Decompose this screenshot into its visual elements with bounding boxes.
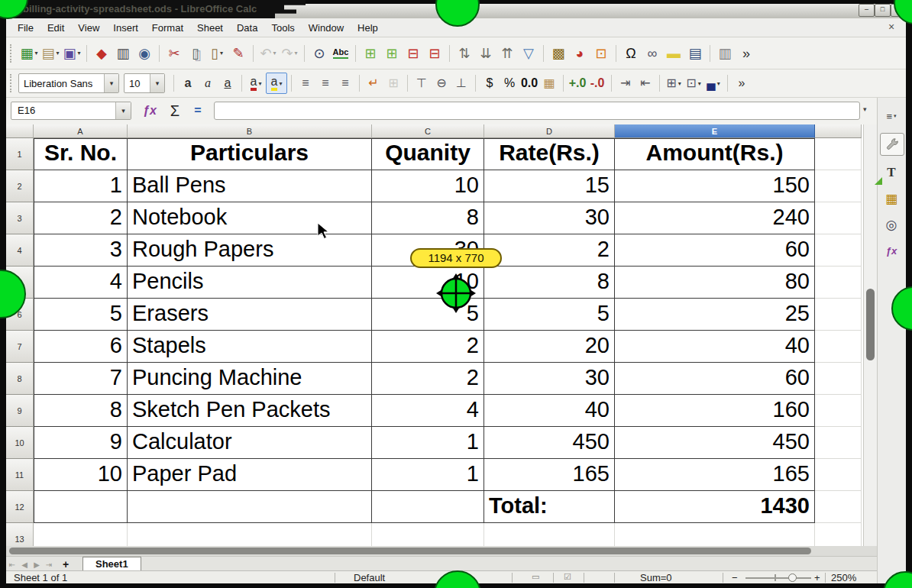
add-decimal-place-button[interactable]: +.0 (568, 73, 587, 93)
cell-B6[interactable]: Erasers (128, 299, 372, 331)
cell-C12[interactable] (372, 491, 484, 523)
chevron-down-icon[interactable]: ▾ (220, 50, 223, 57)
zoom-in-button[interactable]: + (814, 572, 820, 583)
toolbar-overflow-button[interactable]: » (736, 43, 757, 64)
row-header-2[interactable]: 2 (6, 170, 34, 202)
document-modified-icon[interactable]: ☑ (564, 572, 571, 582)
cell-E10[interactable]: 450 (615, 427, 815, 459)
cell-E13[interactable] (615, 523, 815, 546)
insert-image-button[interactable]: ▩ (548, 43, 569, 64)
row-header-8[interactable]: 8 (6, 363, 34, 395)
date-format-button[interactable]: ▦ (539, 73, 559, 93)
menu-format[interactable]: Format (145, 20, 190, 36)
name-box-dropdown-icon[interactable]: ▾ (115, 102, 131, 119)
cell-E4[interactable]: 60 (615, 234, 815, 267)
currency-format-button[interactable]: $ (480, 73, 500, 93)
cell-F5[interactable] (815, 267, 862, 299)
headers-footers-button[interactable]: ▤ (684, 43, 706, 64)
cell-F6[interactable] (815, 299, 862, 331)
underline-button[interactable]: a (218, 73, 238, 93)
sidebar-item-navigator[interactable]: ◎ (880, 214, 903, 235)
first-sheet-button[interactable]: ⇤ (6, 558, 18, 570)
autofilter-button[interactable]: ▽ (518, 43, 539, 64)
align-top-button[interactable]: ⊤ (412, 73, 432, 93)
cell-B12[interactable] (128, 491, 372, 523)
cell-A9[interactable]: 8 (34, 395, 128, 427)
align-center-button[interactable]: ≡ (315, 73, 335, 93)
sort-descending-button[interactable]: ⇊ (475, 43, 496, 64)
horizontal-scrollbar-thumb[interactable] (9, 548, 811, 554)
toolbar-drag-handle[interactable] (10, 74, 15, 92)
zoom-slider-knob[interactable] (788, 573, 797, 582)
chevron-down-icon[interactable]: ▾ (698, 80, 701, 87)
cell-A4[interactable]: 3 (34, 234, 128, 267)
spelling-button[interactable]: Abc (330, 43, 351, 64)
chevron-down-icon[interactable]: ▾ (295, 50, 298, 57)
insert-mode-icon[interactable]: ▭ (532, 572, 539, 582)
column-header-F[interactable] (815, 124, 862, 138)
menu-view[interactable]: View (71, 20, 106, 36)
cell-D4[interactable]: 2 (484, 234, 615, 267)
equals-icon[interactable]: = (188, 102, 208, 120)
cell-C1[interactable]: Quanity (372, 138, 484, 170)
borders-button[interactable]: ⊞▾ (664, 73, 684, 93)
cell-A13[interactable] (34, 523, 128, 546)
redo-button[interactable]: ↷▾ (279, 43, 300, 64)
row-header-11[interactable]: 11 (6, 459, 34, 491)
cell-B10[interactable]: Calculator (128, 427, 372, 459)
insert-column-before-button[interactable]: ⊞ (381, 43, 403, 64)
bold-button[interactable]: a (178, 73, 198, 93)
cell-F11[interactable] (815, 459, 862, 491)
chevron-down-icon[interactable]: ▾ (717, 80, 720, 87)
print-button[interactable]: ▥ (112, 43, 134, 64)
copy-button[interactable]: ▯ (185, 43, 206, 64)
cell-C10[interactable]: 1 (372, 427, 484, 459)
insert-hyperlink-button[interactable]: ∞ (642, 43, 663, 64)
cell-E6[interactable]: 25 (615, 299, 815, 331)
align-left-button[interactable]: ≡ (296, 73, 315, 93)
sidebar-item-gallery[interactable]: ▦ (880, 188, 903, 209)
menu-window[interactable]: Window (302, 20, 351, 36)
cell-B11[interactable]: Paper Pad (128, 459, 372, 491)
cell-E2[interactable]: 150 (615, 170, 815, 202)
cell-F4[interactable] (815, 234, 862, 267)
cell-C9[interactable]: 4 (372, 395, 484, 427)
font-color-button[interactable]: a▾ (246, 73, 266, 93)
cell-C7[interactable]: 2 (372, 331, 484, 363)
menu-help[interactable]: Help (351, 20, 385, 36)
page-style[interactable]: Default (354, 572, 385, 583)
cell-E3[interactable]: 240 (615, 202, 815, 234)
sidebar-item-properties[interactable] (880, 133, 904, 156)
wrap-text-button[interactable]: ↵ (364, 73, 383, 93)
cell-C3[interactable]: 8 (372, 202, 484, 234)
cell-A5[interactable]: 4 (34, 267, 128, 299)
font-name-combo[interactable]: Liberation Sans▾ (18, 73, 119, 93)
align-right-button[interactable]: ≡ (335, 73, 355, 93)
chevron-down-icon[interactable]: ▾ (150, 74, 164, 92)
next-sheet-button[interactable]: ▶ (31, 558, 43, 570)
cell-B9[interactable]: Sketch Pen Packets (128, 395, 372, 427)
number-format-button[interactable]: 0.0 (519, 73, 539, 93)
merge-cells-button[interactable]: ⊞ (383, 73, 403, 93)
cell-D7[interactable]: 20 (484, 331, 615, 363)
find-replace-button[interactable]: ⊙ (309, 43, 330, 64)
cell-D11[interactable]: 165 (484, 459, 615, 491)
special-character-button[interactable]: Ω (620, 43, 642, 64)
paste-button[interactable]: ▯▾ (206, 43, 228, 64)
cell-D12[interactable]: Total: (484, 491, 615, 523)
decrease-indent-button[interactable]: ⇤ (635, 73, 655, 93)
row-header-12[interactable]: 12 (6, 491, 34, 523)
zoom-slider-track[interactable] (745, 577, 811, 579)
sidebar-item-functions[interactable]: ƒx (880, 240, 903, 261)
cell-D3[interactable]: 30 (484, 202, 615, 234)
vertical-scrollbar-thumb[interactable] (866, 289, 875, 360)
sheet-tab-sheet1[interactable]: Sheet1 (82, 557, 141, 570)
cell-C13[interactable] (372, 523, 484, 546)
cell-D13[interactable] (484, 523, 615, 546)
menu-edit[interactable]: Edit (40, 20, 71, 36)
cell-A8[interactable]: 7 (34, 363, 128, 395)
cell-A11[interactable]: 10 (34, 459, 128, 491)
chevron-down-icon[interactable]: ▾ (279, 80, 282, 87)
cell-A7[interactable]: 6 (34, 331, 128, 363)
cell-E11[interactable]: 165 (615, 459, 815, 491)
